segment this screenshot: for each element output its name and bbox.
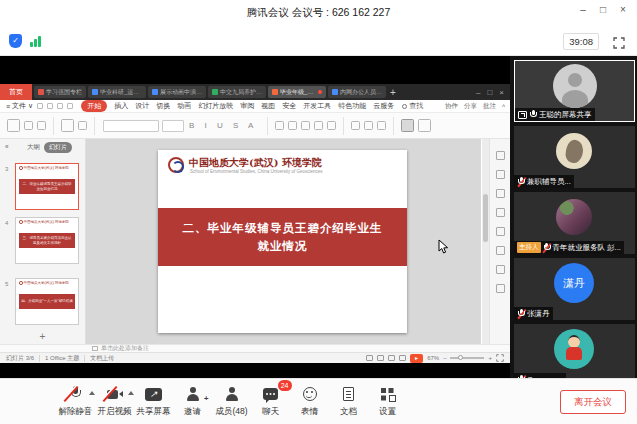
participant-tile-host[interactable]: 主持人 青年就业服务队 彭... bbox=[514, 192, 635, 254]
animation-pane-icon[interactable] bbox=[496, 170, 505, 179]
chevron-up-icon[interactable] bbox=[89, 391, 95, 395]
notes-bar[interactable]: 单击此处添加备注 bbox=[0, 344, 510, 352]
ribbon-tab[interactable]: 视图 bbox=[261, 101, 275, 111]
slide-thumbnail[interactable]: 中国地质大学(武汉) 环境学院 三、辅导员老师介绍灵活就业认定及相关工作流程 bbox=[15, 217, 79, 264]
fullscreen-icon[interactable] bbox=[613, 35, 625, 53]
new-slide-icon[interactable] bbox=[61, 119, 74, 132]
start-video-button[interactable]: 开启视频 bbox=[95, 386, 134, 418]
zoom-slider-knob[interactable] bbox=[458, 355, 463, 360]
help-icon[interactable] bbox=[496, 284, 505, 293]
align-left-icon[interactable] bbox=[275, 121, 284, 130]
settings-button[interactable]: 设置 bbox=[368, 386, 407, 418]
slide-thumbnail-selected[interactable]: 中国地质大学(武汉) 环境学院 二、毕业年级辅导员王碧介绍毕业生就业情况 bbox=[15, 163, 79, 210]
layout-icon[interactable] bbox=[78, 121, 87, 130]
ribbon-collapse-icon[interactable]: ^ bbox=[502, 103, 505, 110]
ribbon-tab-home[interactable]: 开始 bbox=[81, 100, 107, 112]
ribbon-tab[interactable]: 插入 bbox=[114, 101, 128, 111]
design-icon[interactable] bbox=[496, 208, 505, 217]
ribbon-tab[interactable]: 特色功能 bbox=[338, 101, 366, 111]
ribbon-tab[interactable]: 动画 bbox=[177, 101, 191, 111]
slide-sorter-icon[interactable] bbox=[377, 355, 384, 361]
zoom-in-button[interactable]: + bbox=[488, 355, 492, 361]
bullet-list-icon[interactable] bbox=[314, 121, 323, 130]
participant-tile-sharing[interactable]: 王聪的屏幕共享 bbox=[514, 60, 635, 122]
ribbon-tab[interactable]: 开发工具 bbox=[303, 101, 331, 111]
font-size-select[interactable] bbox=[162, 120, 184, 132]
chat-button[interactable]: 24 聊天 bbox=[251, 386, 290, 418]
panel-collapse-icon[interactable]: « bbox=[5, 143, 9, 150]
network-signal-icon[interactable] bbox=[30, 35, 41, 47]
ribbon-tab[interactable]: 幻灯片放映 bbox=[198, 101, 233, 111]
members-button[interactable]: 成员(48) bbox=[212, 386, 251, 418]
add-slide-button[interactable]: + bbox=[40, 331, 46, 342]
chart-icon[interactable] bbox=[496, 246, 505, 255]
slide-thumbnail[interactable]: 中国地质大学(武汉) 环境学院 四、介绍就业“一人一策”帮扶措施 bbox=[15, 278, 79, 325]
security-shield-icon[interactable]: ✓ bbox=[9, 34, 22, 48]
participant-tile[interactable]: 潇丹 张潇丹 bbox=[514, 258, 635, 320]
docs-button[interactable]: 文档 bbox=[329, 386, 368, 418]
fit-slide-icon[interactable] bbox=[496, 354, 504, 362]
invite-button[interactable]: + 邀请 bbox=[173, 386, 212, 418]
wps-doc-tab[interactable]: 毕业科研_运营方案 bbox=[88, 86, 146, 98]
arrange-icon[interactable] bbox=[377, 121, 386, 130]
cut-icon[interactable] bbox=[24, 121, 33, 130]
selection-pane-icon[interactable] bbox=[401, 119, 414, 132]
wps-minimize-icon[interactable]: – bbox=[476, 88, 480, 97]
save-icon[interactable] bbox=[37, 103, 43, 109]
leave-meeting-button[interactable]: 离开会议 bbox=[560, 390, 626, 414]
print-icon[interactable] bbox=[47, 103, 53, 109]
chevron-up-icon[interactable] bbox=[128, 391, 134, 395]
maximize-icon[interactable]: □ bbox=[595, 4, 611, 15]
wps-doc-tab[interactable]: 内网办公人员1-10月 bbox=[328, 86, 386, 98]
unmute-button[interactable]: 解除静音 bbox=[56, 386, 95, 418]
minimize-icon[interactable]: – bbox=[575, 4, 591, 15]
wps-maximize-icon[interactable]: □ bbox=[487, 88, 492, 97]
tab-outline[interactable]: 大纲 bbox=[27, 143, 40, 152]
wps-doc-tab-active[interactable]: 毕业年级_就业指导 bbox=[268, 86, 326, 98]
align-center-icon[interactable] bbox=[288, 121, 297, 130]
format-painter-icon[interactable] bbox=[37, 121, 46, 130]
comment-button[interactable]: 批注 bbox=[483, 102, 496, 111]
find-button[interactable]: 查找 bbox=[402, 101, 423, 111]
share-button[interactable]: 分享 bbox=[464, 102, 477, 111]
collaborate-button[interactable]: 协作 bbox=[445, 102, 458, 111]
wps-doc-tab[interactable]: 展示动画中演示文稿 bbox=[148, 86, 206, 98]
tab-slides[interactable]: 幻灯片 bbox=[44, 142, 72, 153]
vertical-scrollbar[interactable] bbox=[482, 139, 489, 344]
scrollbar-thumb[interactable] bbox=[483, 194, 488, 242]
paste-icon[interactable] bbox=[7, 119, 20, 132]
participant-tile[interactable]: 兼职辅导员... bbox=[514, 126, 635, 188]
font-family-select[interactable] bbox=[103, 120, 159, 132]
share-screen-button[interactable]: ↗ 共享屏幕 bbox=[134, 386, 173, 418]
slide-tools-icon[interactable] bbox=[418, 119, 431, 132]
align-right-icon[interactable] bbox=[301, 121, 310, 130]
wps-home-tab[interactable]: 首页 bbox=[0, 84, 32, 100]
ribbon-tab[interactable]: 设计 bbox=[135, 101, 149, 111]
shape-icon[interactable] bbox=[364, 121, 373, 130]
redo-icon[interactable] bbox=[67, 103, 73, 109]
font-style-buttons[interactable]: B I U S A bbox=[189, 121, 257, 130]
slide-canvas[interactable]: 中国地质大学(武汉) 环境学院 School of Environmental … bbox=[86, 139, 481, 344]
wps-doc-tab[interactable]: 学习强国专栏 bbox=[34, 86, 86, 98]
participant-tile[interactable]: Gu… × bbox=[514, 324, 635, 378]
zoom-slider[interactable] bbox=[450, 357, 484, 359]
shared-screen-region[interactable]: 首页 学习强国专栏 毕业科研_运营方案 展示动画中演示文稿 中交九局养护人员名单… bbox=[0, 56, 510, 378]
properties-icon[interactable] bbox=[496, 151, 505, 160]
zoom-out-button[interactable]: – bbox=[443, 355, 446, 361]
ribbon-tab[interactable]: 安全 bbox=[282, 101, 296, 111]
text-layout-icon[interactable] bbox=[351, 121, 360, 130]
insert-icon[interactable] bbox=[496, 227, 505, 236]
emoji-button[interactable]: 表情 bbox=[290, 386, 329, 418]
ribbon-tab[interactable]: 云服务 bbox=[373, 101, 394, 111]
wps-close-icon[interactable]: × bbox=[499, 88, 504, 97]
close-icon[interactable]: × bbox=[615, 4, 631, 15]
ribbon-tab[interactable]: 审阅 bbox=[240, 101, 254, 111]
normal-view-icon[interactable] bbox=[366, 355, 373, 361]
ribbon-tab[interactable]: 切换 bbox=[156, 101, 170, 111]
line-spacing-icon[interactable] bbox=[327, 121, 336, 130]
undo-icon[interactable] bbox=[57, 103, 63, 109]
new-tab-button[interactable]: + bbox=[390, 87, 396, 98]
file-menu[interactable]: ≡文件∨ bbox=[6, 101, 33, 111]
slideshow-play-button[interactable]: ▸ bbox=[410, 354, 423, 363]
wps-doc-tab[interactable]: 中交九局养护人员名单 bbox=[208, 86, 266, 98]
